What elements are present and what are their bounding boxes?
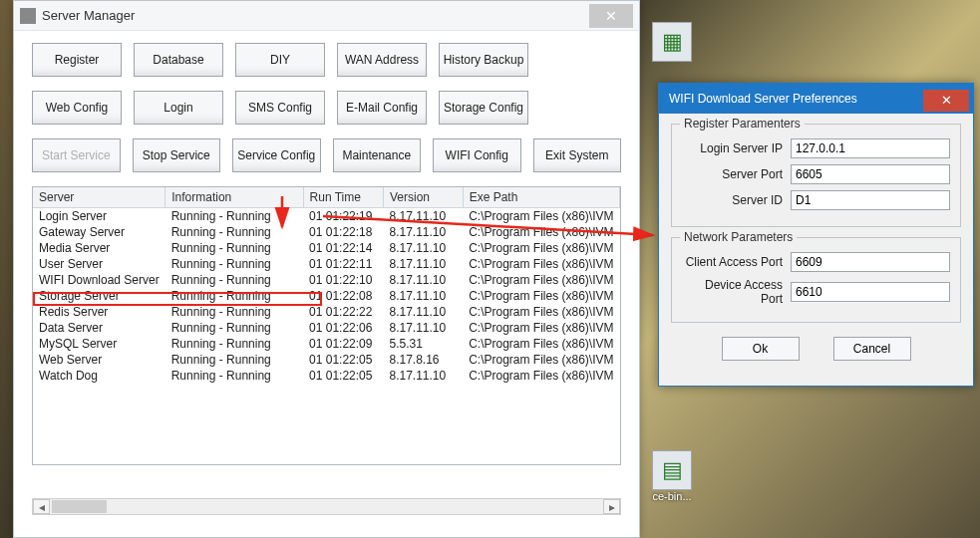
login-ip-label: Login Server IP <box>682 141 791 155</box>
cell-server: Web Server <box>33 352 165 368</box>
cell-version: 8.17.8.16 <box>383 352 463 368</box>
document-icon: ▤ <box>652 450 692 490</box>
scroll-thumb[interactable] <box>52 500 107 513</box>
maintenance-button[interactable]: Maintenance <box>333 138 422 172</box>
cell-info: Running - Running <box>165 224 303 240</box>
table-row[interactable]: WIFI Download ServerRunning - Running01 … <box>33 272 620 288</box>
cell-exe: C:\Program Files (x86)\IVM <box>463 256 619 272</box>
client-port-field[interactable] <box>791 252 950 272</box>
desktop-icon-label: ce-bin... <box>648 490 696 502</box>
register-button[interactable]: Register <box>32 43 122 77</box>
table-row[interactable]: Redis ServerRunning - Running01 01:22:22… <box>33 304 620 320</box>
window-titlebar[interactable]: Server Manager ✕ <box>14 1 639 31</box>
toolbar: Register Database DIY WAN Address Histor… <box>14 31 639 172</box>
login-ip-field[interactable] <box>791 138 950 158</box>
cell-version: 8.17.11.10 <box>383 368 463 384</box>
cell-runtime: 01 01:22:11 <box>303 256 383 272</box>
close-icon[interactable]: ✕ <box>589 4 633 28</box>
cell-info: Running - Running <box>165 208 303 225</box>
history-backup-button[interactable]: History Backup <box>439 43 528 77</box>
table-row[interactable]: Storage ServerRunning - Running01 01:22:… <box>33 288 620 304</box>
column-information[interactable]: Information <box>165 187 303 208</box>
cell-exe: C:\Program Files (x86)\IVM <box>463 240 619 256</box>
table-row[interactable]: Watch DogRunning - Running01 01:22:058.1… <box>33 368 620 384</box>
ok-button[interactable]: Ok <box>722 337 800 361</box>
cell-exe: C:\Program Files (x86)\IVM <box>463 352 619 368</box>
cell-server: Watch Dog <box>33 368 165 384</box>
cancel-button[interactable]: Cancel <box>833 337 911 361</box>
cell-version: 8.17.11.10 <box>383 224 463 240</box>
cell-version: 5.5.31 <box>383 336 463 352</box>
cell-info: Running - Running <box>165 240 303 256</box>
cell-runtime: 01 01:22:19 <box>303 208 383 225</box>
service-config-button[interactable]: Service Config <box>232 138 321 172</box>
table-row[interactable]: User ServerRunning - Running01 01:22:118… <box>33 256 620 272</box>
table-row[interactable]: Login ServerRunning - Running01 01:22:19… <box>33 208 620 225</box>
wan-address-button[interactable]: WAN Address <box>337 43 427 77</box>
cell-exe: C:\Program Files (x86)\IVM <box>463 272 619 288</box>
table-row[interactable]: MySQL ServerRunning - Running01 01:22:09… <box>33 336 620 352</box>
storage-config-button[interactable]: Storage Config <box>439 91 528 125</box>
cell-exe: C:\Program Files (x86)\IVM <box>463 336 619 352</box>
cell-server: Login Server <box>33 208 165 225</box>
spreadsheet-icon: ▦ <box>652 22 692 62</box>
stop-service-button[interactable]: Stop Service <box>133 138 221 172</box>
dialog-titlebar[interactable]: WIFI Download Server Preferences ✕ <box>659 84 973 114</box>
column-server[interactable]: Server <box>33 187 165 208</box>
server-port-field[interactable] <box>791 164 950 184</box>
start-service-button: Start Service <box>32 138 121 172</box>
exit-system-button[interactable]: Exit System <box>533 138 622 172</box>
group-label: Register Paramenters <box>680 117 805 131</box>
email-config-button[interactable]: E-Mail Config <box>337 91 427 125</box>
table-row[interactable]: Gateway ServerRunning - Running01 01:22:… <box>33 224 620 240</box>
wifi-config-button[interactable]: WIFI Config <box>433 138 521 172</box>
column-runtime[interactable]: Run Time <box>303 187 383 208</box>
device-port-label: Device Access Port <box>682 278 791 306</box>
database-button[interactable]: Database <box>134 43 223 77</box>
login-button[interactable]: Login <box>134 91 223 125</box>
client-port-label: Client Access Port <box>682 255 791 269</box>
network-parameters-group: Network Parameters Client Access Port De… <box>671 237 961 323</box>
cell-exe: C:\Program Files (x86)\IVM <box>463 320 619 336</box>
cell-version: 8.17.11.10 <box>383 320 463 336</box>
cell-info: Running - Running <box>165 336 303 352</box>
horizontal-scrollbar[interactable]: ◂ ▸ <box>32 498 621 515</box>
table-row[interactable]: Web ServerRunning - Running01 01:22:058.… <box>33 352 620 368</box>
diy-button[interactable]: DIY <box>235 43 325 77</box>
wifi-preferences-dialog: WIFI Download Server Preferences ✕ Regis… <box>658 83 974 387</box>
cell-version: 8.17.11.10 <box>383 272 463 288</box>
server-table[interactable]: Server Information Run Time Version Exe … <box>32 186 621 465</box>
cell-version: 8.17.11.10 <box>383 288 463 304</box>
sms-config-button[interactable]: SMS Config <box>235 91 325 125</box>
cell-version: 8.17.11.10 <box>383 304 463 320</box>
web-config-button[interactable]: Web Config <box>32 91 122 125</box>
scroll-right-icon[interactable]: ▸ <box>603 499 620 514</box>
table-row[interactable]: Data ServerRunning - Running01 01:22:068… <box>33 320 620 336</box>
cell-runtime: 01 01:22:18 <box>303 224 383 240</box>
desktop-icon-1[interactable]: ▦ <box>648 22 696 70</box>
server-id-field[interactable] <box>791 190 950 210</box>
device-port-field[interactable] <box>791 282 950 302</box>
table-row[interactable]: Media ServerRunning - Running01 01:22:14… <box>33 240 620 256</box>
server-manager-window: Server Manager ✕ Register Database DIY W… <box>13 0 640 538</box>
cell-info: Running - Running <box>165 320 303 336</box>
cell-exe: C:\Program Files (x86)\IVM <box>463 288 619 304</box>
cell-runtime: 01 01:22:10 <box>303 272 383 288</box>
cell-server: User Server <box>33 256 165 272</box>
desktop-icon-2[interactable]: ▤ ce-bin... <box>648 450 696 498</box>
cell-version: 8.17.11.10 <box>383 240 463 256</box>
scroll-left-icon[interactable]: ◂ <box>33 499 50 514</box>
cell-server: Redis Server <box>33 304 165 320</box>
cell-runtime: 01 01:22:22 <box>303 304 383 320</box>
cell-server: MySQL Server <box>33 336 165 352</box>
cell-info: Running - Running <box>165 272 303 288</box>
close-icon[interactable]: ✕ <box>923 90 969 112</box>
column-version[interactable]: Version <box>383 187 463 208</box>
cell-info: Running - Running <box>165 288 303 304</box>
dialog-title: WIFI Download Server Preferences <box>669 92 923 106</box>
cell-runtime: 01 01:22:09 <box>303 336 383 352</box>
cell-runtime: 01 01:22:06 <box>303 320 383 336</box>
column-exepath[interactable]: Exe Path <box>463 187 619 208</box>
cell-info: Running - Running <box>165 368 303 384</box>
cell-version: 8.17.11.10 <box>383 256 463 272</box>
